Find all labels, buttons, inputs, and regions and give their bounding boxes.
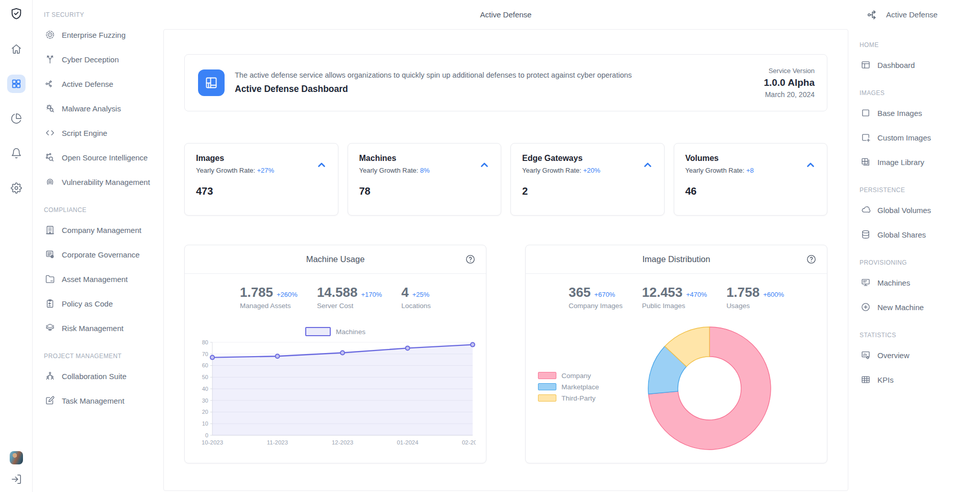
sidebar-item-malware-analysis[interactable]: Malware Analysis bbox=[33, 96, 163, 121]
active-defense-flow-icon bbox=[867, 8, 880, 21]
image-distribution-plot bbox=[646, 325, 773, 452]
home-icon bbox=[11, 43, 22, 55]
legend-label: Machines bbox=[336, 328, 365, 336]
sidebar-item-collaboration-suite[interactable]: Collaboration Suite bbox=[33, 364, 163, 388]
chart-stat-value: 12.453 bbox=[642, 285, 683, 300]
rightbar-item-machines[interactable]: Machines bbox=[848, 270, 980, 295]
collapse-chevron-up-icon[interactable] bbox=[478, 159, 491, 171]
chart-stat-managed-assets: 1.785+260%Managed Assets bbox=[240, 285, 298, 310]
svg-text:80: 80 bbox=[202, 339, 208, 345]
rightbar-item-base-images[interactable]: Base Images bbox=[848, 101, 980, 125]
sidebar-item-enterprise-fuzzing[interactable]: Enterprise Fuzzing bbox=[33, 22, 163, 47]
legend-item-marketplace[interactable]: Marketplace bbox=[538, 383, 615, 391]
sidebar-item-label: Corporate Governance bbox=[62, 250, 140, 259]
sidebar-item-task-management[interactable]: Task Management bbox=[33, 388, 163, 413]
help-icon[interactable] bbox=[465, 254, 476, 265]
legend-label: Third-Party bbox=[561, 394, 596, 402]
svg-text:02-2024: 02-2024 bbox=[462, 439, 476, 446]
collapse-chevron-up-icon[interactable] bbox=[315, 159, 328, 171]
svg-text:50: 50 bbox=[202, 374, 208, 380]
rightbar-item-global-shares[interactable]: Global Shares bbox=[848, 222, 980, 247]
sidebar-item-label: Collaboration Suite bbox=[62, 372, 127, 381]
section-title-compliance: COMPLIANCE bbox=[33, 202, 163, 218]
chart-stat-value: 4 bbox=[401, 285, 408, 300]
legend-label: Company bbox=[561, 372, 591, 380]
rightbar-item-label: Dashboard bbox=[877, 61, 915, 69]
fingerprint-icon bbox=[45, 177, 55, 187]
rightbar-item-kpis[interactable]: KPIs bbox=[848, 367, 980, 392]
gear-icon bbox=[11, 182, 22, 194]
rail-item-gear[interactable] bbox=[7, 179, 26, 197]
icon-rail bbox=[0, 0, 33, 492]
sidebar-item-label: Risk Management bbox=[62, 324, 124, 333]
donut-legend: CompanyMarketplaceThird-Party bbox=[538, 372, 615, 402]
stat-card-value: 2 bbox=[522, 185, 653, 197]
sidebar-item-label: Company Management bbox=[62, 226, 141, 235]
chart-stat-delta: +670% bbox=[594, 291, 615, 298]
rightbar-item-image-library[interactable]: Image Library bbox=[848, 150, 980, 174]
logout-icon[interactable] bbox=[11, 474, 22, 485]
rail-item-pie-chart[interactable] bbox=[7, 109, 26, 128]
app-logo-shield-icon[interactable] bbox=[10, 7, 23, 20]
stat-card-title: Volumes bbox=[685, 154, 816, 163]
chart-stat-delta: +170% bbox=[361, 291, 382, 298]
stat-card-value: 78 bbox=[359, 185, 490, 197]
sidebar-item-active-defense[interactable]: Active Defense bbox=[33, 72, 163, 96]
rail-item-apps-grid[interactable] bbox=[7, 75, 26, 93]
stat-card-growth: Yearly Growth Rate: +27% bbox=[196, 167, 327, 174]
server-icon bbox=[861, 277, 871, 288]
rightbar-item-overview[interactable]: Overview bbox=[848, 343, 980, 367]
machines-legend[interactable]: Machines bbox=[185, 327, 486, 336]
sidebar-item-label: Malware Analysis bbox=[62, 104, 121, 113]
section-title-statistics: STATISTICS bbox=[848, 327, 980, 343]
legend-item-company[interactable]: Company bbox=[538, 372, 615, 380]
legend-swatch bbox=[538, 372, 556, 379]
sidebar-item-asset-management[interactable]: Asset Management bbox=[33, 267, 163, 291]
user-avatar[interactable] bbox=[10, 451, 23, 464]
sidebar-item-cyber-deception[interactable]: Cyber Deception bbox=[33, 47, 163, 72]
content-panel: The active defense service allows organi… bbox=[163, 29, 848, 491]
cloud-icon bbox=[861, 205, 871, 215]
folder-icon bbox=[45, 274, 55, 284]
collapse-chevron-up-icon[interactable] bbox=[642, 159, 654, 171]
svg-text:12-2023: 12-2023 bbox=[332, 439, 353, 446]
sidebar-item-label: Task Management bbox=[62, 396, 125, 405]
chart-stat-locations: 4+25%Locations bbox=[401, 285, 431, 310]
edit-doc-icon bbox=[45, 395, 55, 406]
legend-item-third-party[interactable]: Third-Party bbox=[538, 394, 615, 402]
sidebar-item-policy-as-code[interactable]: Policy as Code bbox=[33, 291, 163, 316]
chart-stat-delta: +25% bbox=[412, 291, 430, 298]
chart-stat-label: Company Images bbox=[569, 302, 623, 310]
svg-text:20: 20 bbox=[202, 409, 208, 415]
section-title-provisioning: PROVISIONING bbox=[848, 255, 980, 270]
rightbar-item-dashboard[interactable]: Dashboard bbox=[848, 53, 980, 77]
svg-text:01-2024: 01-2024 bbox=[397, 439, 419, 446]
rightbar-item-global-volumes[interactable]: Global Volumes bbox=[848, 198, 980, 222]
svg-text:0: 0 bbox=[205, 432, 208, 438]
rail-item-home[interactable] bbox=[7, 40, 26, 58]
banner-title: Active Defense Dashboard bbox=[235, 84, 632, 95]
page-title: Active Defense bbox=[163, 0, 848, 29]
machine-usage-plot: 0102030405060708010-202311-202312-202301… bbox=[196, 339, 476, 448]
section-title-project-management: PROJECT MANAGEMENT bbox=[33, 348, 163, 364]
sidebar-item-open-source-intelligence[interactable]: Open Source Intelligence bbox=[33, 145, 163, 170]
square-icon bbox=[861, 108, 871, 118]
stat-card-growth: Yearly Growth Rate: +8 bbox=[685, 167, 816, 174]
sidebar-item-corporate-governance[interactable]: Corporate Governance bbox=[33, 242, 163, 267]
chart-stat-usages: 1.758+600%Usages bbox=[726, 285, 784, 310]
sidebar-item-script-engine[interactable]: Script Engine bbox=[33, 121, 163, 145]
rightbar-item-custom-images[interactable]: Custom Images bbox=[848, 125, 980, 150]
code-icon bbox=[45, 128, 55, 138]
collapse-chevron-up-icon[interactable] bbox=[804, 159, 817, 171]
left-sidebar: IT SECURITYEnterprise FuzzingCyber Decep… bbox=[33, 0, 163, 492]
sidebar-item-label: Vulnerability Management bbox=[62, 178, 150, 186]
rightbar-item-new-machine[interactable]: New Machine bbox=[848, 295, 980, 319]
dashboard-layout-icon bbox=[198, 69, 225, 96]
sidebar-item-vulnerability-management[interactable]: Vulnerability Management bbox=[33, 170, 163, 194]
sidebar-item-company-management[interactable]: Company Management bbox=[33, 218, 163, 242]
sidebar-item-risk-management[interactable]: Risk Management bbox=[33, 316, 163, 340]
rail-item-bell[interactable] bbox=[7, 144, 26, 162]
stat-card-volumes: VolumesYearly Growth Rate: +846 bbox=[674, 143, 828, 216]
stat-card-title: Edge Gateways bbox=[522, 154, 653, 163]
help-icon[interactable] bbox=[806, 254, 817, 265]
